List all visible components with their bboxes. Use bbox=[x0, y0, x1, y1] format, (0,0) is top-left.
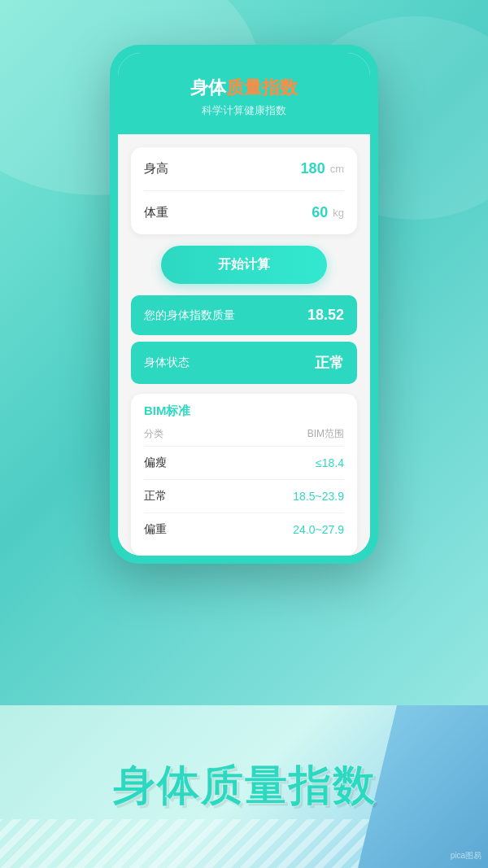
height-label: 身高 bbox=[144, 161, 168, 177]
height-row: 身高 180 cm bbox=[144, 147, 344, 191]
status-result-label: 身体状态 bbox=[144, 355, 190, 370]
weight-label: 体重 bbox=[144, 205, 168, 220]
bim-header-row: 分类 BIM范围 bbox=[144, 424, 344, 446]
bmi-result-label: 您的身体指数质量 bbox=[144, 308, 235, 323]
bmi-result-row: 您的身体指数质量 18.52 bbox=[131, 295, 357, 335]
bottom-banner: 身体质量指数 bbox=[0, 705, 488, 868]
bim-category-0: 偏瘦 bbox=[144, 456, 167, 470]
bim-row-2: 偏重 24.0~27.9 bbox=[144, 513, 344, 546]
bim-row-1: 正常 18.5~23.9 bbox=[144, 479, 344, 513]
weight-input-right: 60 kg bbox=[312, 204, 344, 221]
bottom-banner-right-decor bbox=[358, 705, 488, 868]
bim-col-range: BIM范围 bbox=[307, 427, 344, 441]
phone-header: 身体质量指数 科学计算健康指数 bbox=[118, 53, 370, 134]
calc-btn-wrap: 开始计算 bbox=[131, 246, 357, 284]
bim-section: BIM标准 分类 BIM范围 偏瘦 ≤18.4 正常 18.5~23.9 偏重 bbox=[131, 394, 357, 556]
weight-row: 体重 60 kg bbox=[144, 191, 344, 234]
input-card: 身高 180 cm 体重 60 kg bbox=[131, 147, 357, 234]
phone-mockup: 身体质量指数 科学计算健康指数 身高 180 cm 体重 60 bbox=[110, 45, 378, 564]
height-input-right: 180 cm bbox=[301, 160, 344, 177]
bim-category-2: 偏重 bbox=[144, 522, 167, 537]
height-value[interactable]: 180 bbox=[301, 160, 325, 177]
bim-title: BIM标准 bbox=[144, 403, 344, 419]
watermark: pica图易 bbox=[451, 850, 481, 861]
weight-unit: kg bbox=[333, 207, 344, 219]
phone-content: 身高 180 cm 体重 60 kg 开始计算 bbox=[118, 134, 370, 556]
bim-range-2: 24.0~27.9 bbox=[293, 523, 344, 536]
bim-col-category: 分类 bbox=[144, 427, 163, 441]
bim-range-1: 18.5~23.9 bbox=[293, 490, 344, 503]
weight-value[interactable]: 60 bbox=[312, 204, 328, 221]
bim-category-1: 正常 bbox=[144, 489, 167, 504]
app-title: 身体质量指数 bbox=[134, 76, 354, 100]
status-result-value: 正常 bbox=[315, 353, 344, 373]
bim-range-0: ≤18.4 bbox=[316, 456, 344, 469]
bmi-result-value: 18.52 bbox=[307, 307, 344, 324]
calc-button[interactable]: 开始计算 bbox=[161, 246, 327, 284]
bottom-banner-text: 身体质量指数 bbox=[112, 758, 376, 815]
app-subtitle: 科学计算健康指数 bbox=[134, 103, 354, 118]
status-result-row: 身体状态 正常 bbox=[131, 342, 357, 384]
height-unit: cm bbox=[330, 163, 344, 175]
bim-row-0: 偏瘦 ≤18.4 bbox=[144, 446, 344, 479]
